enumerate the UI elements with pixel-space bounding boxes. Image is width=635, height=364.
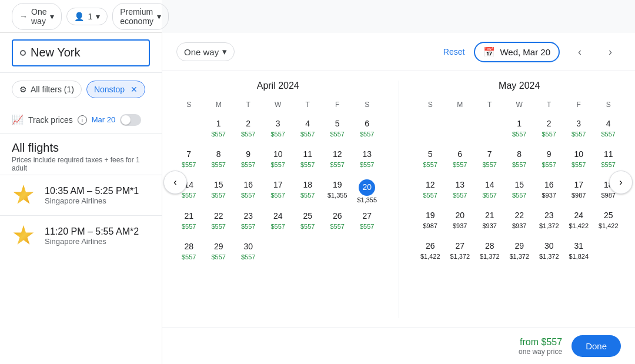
day-cell-17[interactable]: 17$987 <box>564 176 594 206</box>
day-cell-13[interactable]: 13$557 <box>352 145 382 176</box>
day-price-1: $557 <box>212 131 226 138</box>
day-cell-18[interactable]: 18$557 <box>293 176 323 207</box>
weekday-mm1: M <box>445 98 475 111</box>
day-cell-1[interactable]: 1$557 <box>504 115 534 145</box>
day-cell-26[interactable]: 26$557 <box>323 207 353 238</box>
day-cell-7[interactable]: 7$557 <box>475 145 505 176</box>
day-cell-28[interactable]: 28$557 <box>174 238 204 268</box>
day-number-22: 22 <box>214 211 223 222</box>
day-cell-3[interactable]: 3$557 <box>263 115 293 145</box>
day-cell-5[interactable]: 5$557 <box>323 115 353 145</box>
calendar-right-nav[interactable]: › <box>609 171 633 194</box>
oneway-label: One way <box>184 47 219 57</box>
day-cell-10[interactable]: 10$557 <box>564 145 594 176</box>
day-cell-15[interactable]: 15$557 <box>504 176 534 206</box>
day-number-8: 8 <box>216 149 221 161</box>
origin-input[interactable]: New York <box>12 39 150 66</box>
day-cell-9[interactable]: 9$557 <box>534 145 564 176</box>
day-cell-12[interactable]: 12$557 <box>416 176 446 206</box>
day-cell-4[interactable]: 4$557 <box>594 115 624 145</box>
all-filters-button[interactable]: ⚙ All filters (1) <box>12 81 82 98</box>
day-price-12: $557 <box>423 192 437 199</box>
day-cell-11[interactable]: 11$557 <box>293 145 323 176</box>
day-number-6: 6 <box>457 149 462 161</box>
day-price-25: $1,422 <box>599 222 619 229</box>
day-cell-8[interactable]: 8$557 <box>204 145 234 176</box>
day-cell-16[interactable]: 16$937 <box>534 176 564 206</box>
track-prices-toggle[interactable] <box>120 114 141 126</box>
oneway-dropdown[interactable]: One way ▾ <box>176 42 235 61</box>
nonstop-filter-button[interactable]: Nonstop ✕ <box>86 81 145 98</box>
reset-button[interactable]: Reset <box>443 47 465 56</box>
day-cell-8[interactable]: 8$557 <box>504 145 534 176</box>
day-cell-24[interactable]: 24$557 <box>263 207 293 238</box>
day-cell-29[interactable]: 29$557 <box>204 238 234 268</box>
cabin-selector[interactable]: Premium economy ▾ <box>112 3 169 30</box>
day-cell-30[interactable]: 30$1,372 <box>534 237 564 268</box>
flight-time-1: 10:35 AM – 5:25 PM*1 <box>45 186 150 196</box>
day-cell-5[interactable]: 5$557 <box>416 145 446 176</box>
day-cell-24[interactable]: 24$1,422 <box>564 206 594 237</box>
day-cell-21[interactable]: 21$937 <box>475 206 505 237</box>
trip-type-selector[interactable]: → One way ▾ <box>12 3 62 30</box>
calendar-left-nav[interactable]: ‹ <box>163 171 187 194</box>
calendar-next-button[interactable]: › <box>600 41 621 62</box>
day-cell-23[interactable]: 23$557 <box>233 207 263 238</box>
day-number-20: 20 <box>455 210 464 222</box>
day-cell-30[interactable]: 30$557 <box>233 238 263 268</box>
day-cell-23[interactable]: 23$1,372 <box>534 206 564 237</box>
price-summary: from $557 one way price <box>519 337 562 356</box>
day-cell-20[interactable]: 20$937 <box>445 206 475 237</box>
passengers-selector[interactable]: 👤 1 ▾ <box>66 8 108 25</box>
left-panel: → One way ▾ 👤 1 ▾ Premium economy ▾ New … <box>0 0 162 364</box>
day-cell-22[interactable]: 22$557 <box>204 207 234 238</box>
day-price-27: $1,372 <box>450 253 470 260</box>
day-cell-28[interactable]: 28$1,372 <box>475 237 505 268</box>
day-number-19: 19 <box>426 210 435 222</box>
day-cell-22[interactable]: 22$937 <box>504 206 534 237</box>
info-icon[interactable]: i <box>78 115 87 125</box>
day-cell-2[interactable]: 2$557 <box>534 115 564 145</box>
day-cell-16[interactable]: 16$557 <box>233 176 263 207</box>
flight-item-2[interactable]: 11:20 PM – 5:55 AM*2 Singapore Airlines <box>0 215 162 256</box>
day-cell-20[interactable]: 20$1,355 <box>352 176 382 207</box>
person-icon: 👤 <box>74 12 84 21</box>
flight-airline-1: Singapore Airlines <box>45 196 150 205</box>
day-cell-10[interactable]: 10$557 <box>263 145 293 176</box>
day-cell-9[interactable]: 9$557 <box>233 145 263 176</box>
day-cell-15[interactable]: 15$557 <box>204 176 234 207</box>
day-cell-31[interactable]: 31$1,824 <box>564 237 594 268</box>
day-cell-25[interactable]: 25$1,422 <box>594 206 624 237</box>
day-cell-27[interactable]: 27$557 <box>352 207 382 238</box>
day-cell-25[interactable]: 25$557 <box>293 207 323 238</box>
calendar-prev-button[interactable]: ‹ <box>569 41 590 62</box>
nonstop-close-icon[interactable]: ✕ <box>131 85 138 94</box>
day-price-29: $557 <box>212 253 226 261</box>
track-date: Mar 20 <box>92 115 115 124</box>
day-cell-21[interactable]: 21$557 <box>174 207 204 238</box>
day-cell-13[interactable]: 13$557 <box>445 176 475 206</box>
day-cell-6[interactable]: 6$557 <box>445 145 475 176</box>
day-cell-29[interactable]: 29$1,372 <box>504 237 534 268</box>
done-button[interactable]: Done <box>572 335 621 357</box>
day-cell-3[interactable]: 3$557 <box>564 115 594 145</box>
day-number-4: 4 <box>305 118 310 130</box>
day-cell-19[interactable]: 19$1,355 <box>323 176 353 207</box>
day-cell-4[interactable]: 4$557 <box>293 115 323 145</box>
flight-times-2: 11:20 PM – 5:55 AM*2 Singapore Airlines <box>45 226 150 246</box>
day-cell-26[interactable]: 26$1,422 <box>416 237 446 268</box>
day-cell-1[interactable]: 1$557 <box>204 115 234 145</box>
day-price-8: $557 <box>512 161 526 168</box>
day-cell-2[interactable]: 2$557 <box>233 115 263 145</box>
date-selector[interactable]: 📅 Wed, Mar 20 <box>474 42 560 62</box>
day-price-26: $1,422 <box>420 253 440 260</box>
flight-item-1[interactable]: 10:35 AM – 5:25 PM*1 Singapore Airlines <box>0 175 162 215</box>
day-cell-27[interactable]: 27$1,372 <box>445 237 475 268</box>
day-cell-19[interactable]: 19$987 <box>416 206 446 237</box>
day-cell-6[interactable]: 6$557 <box>352 115 382 145</box>
day-price-13: $557 <box>453 192 467 199</box>
day-cell-17[interactable]: 17$557 <box>263 176 293 207</box>
singapore-airlines-logo-2 <box>13 225 34 246</box>
day-cell-12[interactable]: 12$557 <box>323 145 353 176</box>
day-cell-14[interactable]: 14$557 <box>475 176 505 206</box>
